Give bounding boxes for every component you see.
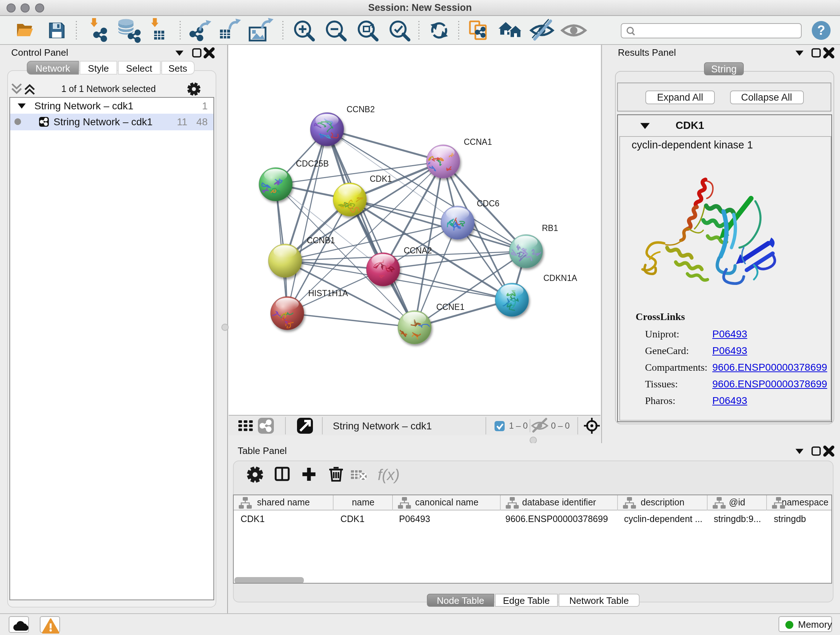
svg-text:HIST1H1A: HIST1H1A [308,288,348,298]
svg-text:CCNB1: CCNB1 [307,236,335,245]
svg-text:CDK1: CDK1 [370,174,392,184]
svg-text:CCNE1: CCNE1 [436,302,464,312]
svg-text:CCNA1: CCNA1 [464,137,492,147]
svg-text:CDC6: CDC6 [477,199,500,208]
svg-text:CDKN1A: CDKN1A [543,273,577,283]
svg-text:f(x): f(x) [377,466,399,483]
svg-text:CCNA2: CCNA2 [404,246,432,255]
svg-text:RB1: RB1 [542,223,558,233]
svg-text:CDC25B: CDC25B [296,159,329,168]
svg-text:CCNB2: CCNB2 [347,105,375,114]
